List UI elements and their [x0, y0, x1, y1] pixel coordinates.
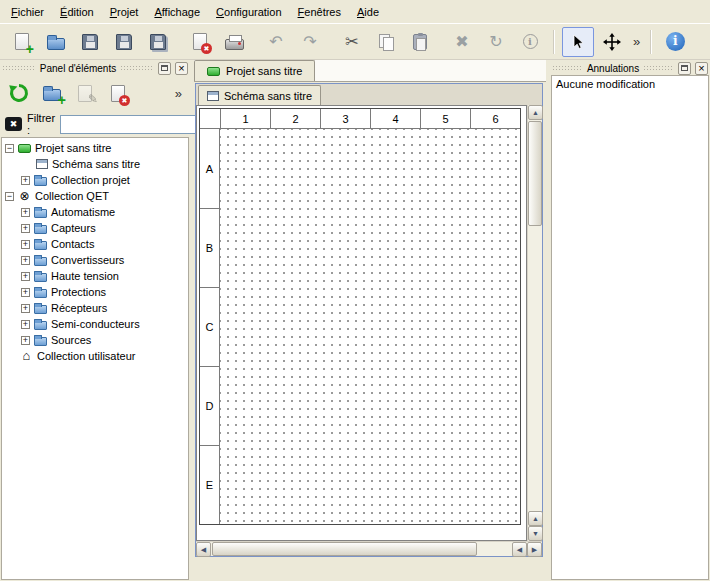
redo-button[interactable]: ↷	[294, 27, 326, 57]
menu-fichier[interactable]: Fichier	[3, 2, 52, 22]
folder-icon	[34, 273, 47, 282]
tab-project[interactable]: Projet sans titre	[194, 60, 315, 81]
toolbar-overflow-button[interactable]: »	[630, 34, 643, 49]
scroll-up-icon[interactable]	[528, 105, 543, 120]
tree-item-recepteurs[interactable]: Récepteurs	[2, 300, 188, 316]
rotate-button[interactable]: ↻	[480, 27, 512, 57]
edit-element-button[interactable]	[71, 79, 99, 107]
reload-collections-button[interactable]	[5, 79, 33, 107]
tree-item-convertisseurs[interactable]: Convertisseurs	[2, 252, 188, 268]
select-tool-button[interactable]	[562, 27, 594, 57]
tree-item-collection-qet[interactable]: Collection QET	[2, 188, 188, 204]
menu-aide[interactable]: Aide	[349, 2, 387, 22]
tree-item-contacts[interactable]: Contacts	[2, 236, 188, 252]
undo-button[interactable]: ↶	[260, 27, 292, 57]
clear-filter-button[interactable]	[5, 117, 22, 131]
delete-element-button[interactable]	[104, 79, 132, 107]
scroll-left-icon[interactable]	[512, 542, 527, 557]
scroll-left-icon[interactable]	[196, 542, 211, 557]
collapse-expander-icon[interactable]	[5, 144, 14, 153]
open-project-button[interactable]	[40, 27, 72, 57]
schema-canvas[interactable]: 1 2 3 4 5 6 A B C D E	[196, 105, 527, 541]
expand-expander-icon[interactable]	[21, 320, 30, 329]
column-header: 4	[370, 109, 420, 129]
expand-expander-icon[interactable]	[21, 208, 30, 217]
panel-overflow-button[interactable]: »	[172, 86, 185, 101]
filter-input[interactable]	[60, 115, 210, 134]
scroll-down-icon[interactable]	[528, 526, 543, 541]
close-dock-icon	[698, 63, 704, 74]
vertical-scroll-thumb[interactable]	[528, 121, 542, 226]
collapse-expander-icon[interactable]	[5, 192, 14, 201]
tree-item-sources[interactable]: Sources	[2, 332, 188, 348]
new-element-button[interactable]	[38, 79, 66, 107]
expand-expander-icon[interactable]	[21, 304, 30, 313]
undo-history-list[interactable]: Aucune modification	[551, 75, 709, 580]
dock-grip[interactable]	[552, 65, 583, 71]
close-dock-button[interactable]	[175, 62, 188, 75]
menu-edition[interactable]: Édition	[52, 2, 102, 22]
about-button[interactable]	[659, 27, 691, 57]
float-dock-button[interactable]	[158, 62, 171, 75]
tab-schema[interactable]: Schéma sans titre	[198, 85, 321, 105]
expand-expander-icon[interactable]	[21, 224, 30, 233]
info-icon	[523, 34, 538, 49]
tree-item-collection-utilisateur[interactable]: Collection utilisateur	[2, 348, 188, 364]
schema-paper[interactable]: 1 2 3 4 5 6 A B C D E	[199, 108, 521, 525]
expand-expander-icon[interactable]	[21, 176, 30, 185]
print-button[interactable]	[218, 27, 250, 57]
undo-dock-titlebar[interactable]: Annulations	[550, 60, 710, 75]
tree-item-schema[interactable]: Schéma sans titre	[2, 156, 188, 172]
float-dock-button[interactable]	[678, 62, 691, 75]
save-all-button[interactable]	[142, 27, 174, 57]
float-dock-icon	[161, 65, 168, 71]
schema-tabbar: Schéma sans titre	[196, 84, 542, 105]
tree-item-protections[interactable]: Protections	[2, 284, 188, 300]
elements-panel-toolbar: »	[0, 75, 190, 111]
undo-dock: Annulations Aucune modification	[550, 60, 710, 581]
tree-item-automatisme[interactable]: Automatisme	[2, 204, 188, 220]
horizontal-scroll-thumb[interactable]	[212, 542, 477, 556]
expand-expander-icon[interactable]	[21, 240, 30, 249]
dock-grip[interactable]	[120, 65, 154, 71]
undo-dock-title: Annulations	[587, 63, 639, 74]
scroll-right-icon[interactable]	[527, 542, 542, 557]
expand-expander-icon[interactable]	[21, 272, 30, 281]
save-button[interactable]	[74, 27, 106, 57]
column-header: 5	[420, 109, 470, 129]
save-as-button[interactable]	[108, 27, 140, 57]
expand-expander-icon[interactable]	[21, 288, 30, 297]
dock-grip[interactable]	[643, 65, 674, 71]
tree-item-collection-projet[interactable]: Collection projet	[2, 172, 188, 188]
dock-grip[interactable]	[2, 65, 36, 71]
new-project-button[interactable]	[6, 27, 38, 57]
cut-button[interactable]: ✂	[336, 27, 368, 57]
delete-button[interactable]: ✖	[446, 27, 478, 57]
move-tool-button[interactable]	[596, 27, 628, 57]
menu-configuration[interactable]: Configuration	[208, 2, 289, 22]
close-dock-button[interactable]	[695, 62, 708, 75]
close-project-button[interactable]	[184, 27, 216, 57]
redo-icon: ↷	[303, 34, 316, 50]
folder-icon	[34, 177, 47, 186]
menu-affichage[interactable]: Affichage	[146, 2, 208, 22]
elements-panel-title: Panel d'éléments	[40, 63, 116, 74]
tree-item-semi-conducteurs[interactable]: Semi-conducteurs	[2, 316, 188, 332]
menu-fenetres[interactable]: Fenêtres	[290, 2, 349, 22]
vertical-scrollbar[interactable]	[527, 105, 542, 541]
schema-grid[interactable]	[220, 129, 520, 524]
copy-button[interactable]	[370, 27, 402, 57]
elements-panel-titlebar[interactable]: Panel d'éléments	[0, 60, 190, 75]
menu-projet[interactable]: Projet	[102, 2, 147, 22]
expand-expander-icon[interactable]	[21, 256, 30, 265]
expand-expander-icon[interactable]	[21, 336, 30, 345]
paste-button[interactable]	[404, 27, 436, 57]
project-icon	[207, 67, 220, 76]
element-info-button[interactable]	[514, 27, 546, 57]
scroll-up-icon[interactable]	[528, 511, 543, 526]
tree-item-project[interactable]: Projet sans titre	[2, 140, 188, 156]
tree-item-haute-tension[interactable]: Haute tension	[2, 268, 188, 284]
delete-icon: ✖	[455, 34, 468, 50]
tree-item-capteurs[interactable]: Capteurs	[2, 220, 188, 236]
horizontal-scrollbar[interactable]	[196, 541, 542, 556]
